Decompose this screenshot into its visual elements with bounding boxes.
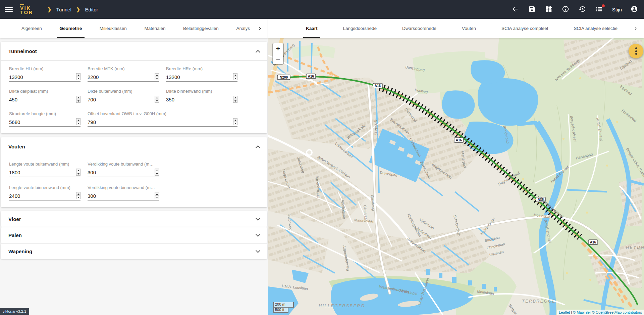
tab-algemeen[interactable]: Algemeen (19, 19, 45, 38)
save-button[interactable] (528, 5, 536, 13)
user-name[interactable]: Stijn (612, 7, 622, 12)
maptiler-link[interactable]: © MapTiler (573, 310, 591, 314)
field-label: Breedte HRe (mm) (166, 66, 237, 71)
back-button[interactable] (512, 5, 520, 13)
version-badge: viktor.ai v3.2.1 (0, 308, 29, 315)
verdikking-voute-buitenwand-input[interactable] (88, 168, 153, 176)
field-structurele-hoogte: Structurele hoogte (mm) (9, 111, 80, 127)
field-label: Dikte buitenwand (mm) (88, 89, 159, 94)
road-badge-a16: A16 (588, 240, 598, 244)
tab-scia-analyse-compleet[interactable]: SCIA analyse compleet (499, 19, 551, 38)
dikte-binnenwand-input[interactable] (166, 95, 231, 103)
number-stepper[interactable] (76, 169, 80, 176)
svg-text:N209: N209 (280, 76, 288, 79)
tab-analys[interactable]: Analys (233, 19, 253, 38)
tabs-overflow-next-button[interactable] (257, 19, 263, 38)
zoom-in-button[interactable]: + (273, 43, 283, 54)
lengte-voute-binnenwand-input[interactable] (9, 192, 74, 200)
field-breedte-mtk: Breedte MTK (mm) (88, 66, 159, 82)
section-title: Vloer (8, 216, 21, 222)
section-title: Palen (8, 232, 22, 238)
number-stepper[interactable] (155, 96, 159, 103)
number-stepper[interactable] (155, 73, 159, 80)
log-button[interactable] (595, 5, 603, 13)
structurele-hoogte-input[interactable] (9, 118, 74, 126)
osm-link[interactable]: © OpenStreetMap contributors (592, 310, 642, 314)
number-stepper[interactable] (76, 73, 80, 80)
number-stepper[interactable] (76, 96, 80, 103)
viktor-logo[interactable]: VIK TOR (19, 4, 35, 15)
field-dikte-dakplaat: Dikte dakplaat (mm) (9, 89, 80, 104)
chevron-down-icon (256, 248, 260, 253)
field-label: Structurele hoogte (mm) (9, 111, 80, 116)
number-stepper[interactable] (233, 73, 237, 80)
map-options-fab[interactable] (629, 44, 643, 58)
viktor-ai-link[interactable]: viktor.ai (3, 309, 15, 313)
field-label: Verdikking voute buitenwand (m… (88, 162, 159, 167)
zoom-out-button[interactable]: − (273, 54, 283, 64)
svg-text:A16: A16 (590, 240, 596, 244)
number-stepper[interactable] (76, 192, 80, 199)
dikte-buitenwand-input[interactable] (88, 95, 153, 103)
tab-vouten-view[interactable]: Vouten (459, 19, 479, 38)
breadcrumb-tunnel[interactable]: Tunnel (56, 7, 71, 12)
field-dikte-buitenwand: Dikte buitenwand (mm) (88, 89, 159, 104)
field-label: Breedte MTK (mm) (88, 66, 159, 71)
road-badge-n209: N209 (277, 75, 290, 80)
section-title: Tunnelmoot (8, 48, 37, 54)
view-tabbar: Kaart Langsdoorsnede Dwarsdoorsnede Vout… (268, 19, 644, 38)
section-vouten-header[interactable]: Vouten (1, 137, 267, 156)
number-stepper[interactable] (76, 118, 80, 125)
breedte-hli-input[interactable] (9, 73, 74, 81)
map-canvas[interactable]: N209A16A16A16A16A16 SchiebroeksewegBunzi… (268, 38, 644, 315)
field-label: Offset bovenkant OWB t.o.v. G00H (mm) (88, 111, 237, 116)
hamburger-menu-icon[interactable] (5, 5, 13, 13)
chevron-down-icon (256, 232, 260, 237)
field-lengte-voute-binnenwand: Lengte voute binnenwand (mm) (9, 185, 80, 200)
chevron-right-icon: ❯ (76, 6, 80, 12)
section-wapening-header[interactable]: Wapening (1, 243, 267, 259)
offset-owb-input[interactable] (88, 118, 231, 126)
tab-materialen[interactable]: Materialen (142, 19, 168, 38)
lengte-voute-buitenwand-input[interactable] (9, 168, 74, 176)
field-breedte-hre: Breedte HRe (mm) (166, 66, 237, 82)
map-zoom-control: + − (272, 43, 284, 65)
number-stepper[interactable] (155, 169, 159, 176)
tab-kaart[interactable]: Kaart (303, 19, 320, 38)
section-tunnelmoot: Tunnelmoot Breedte HLi (mm) (1, 42, 267, 133)
section-palen-header[interactable]: Palen (1, 227, 267, 243)
breedte-hre-input[interactable] (166, 73, 231, 81)
kebab-dot (635, 53, 637, 55)
tab-geometrie[interactable]: Geometrie (57, 19, 85, 38)
apps-widgets-button[interactable] (545, 5, 553, 13)
field-dikte-binnenwand: Dikte binnenwand (mm) (166, 89, 237, 104)
tab-langsdoorsnede[interactable]: Langsdoorsnede (340, 19, 379, 38)
number-stepper[interactable] (233, 118, 237, 125)
field-verdikking-voute-buitenwand: Verdikking voute buitenwand (m… (88, 162, 159, 177)
notification-dot (602, 4, 605, 7)
dikte-dakplaat-input[interactable] (9, 95, 74, 103)
field-label: Lengte voute buitenwand (mm) (9, 162, 80, 167)
history-button[interactable] (579, 5, 587, 13)
tab-milieuklassen[interactable]: Milieuklassen (97, 19, 129, 38)
parameter-form: Tunnelmoot Breedte HLi (mm) (0, 38, 268, 315)
account-circle-icon[interactable] (631, 5, 639, 13)
info-button[interactable] (562, 5, 570, 13)
logo-line2: TOR (20, 9, 33, 15)
leaflet-link[interactable]: Leaflet (559, 310, 570, 314)
breedte-mtk-input[interactable] (88, 73, 153, 81)
kebab-dot (635, 50, 637, 52)
tab-dwarsdoorsnede[interactable]: Dwarsdoorsnede (399, 19, 439, 38)
tabs-overflow-next-button[interactable] (633, 19, 638, 38)
tab-scia-analyse-selectie[interactable]: SCIA analyse selectie (571, 19, 620, 38)
map-label: HILLEGERSBERG (319, 304, 365, 308)
section-tunnelmoot-header[interactable]: Tunnelmoot (1, 42, 267, 60)
section-vloer-header[interactable]: Vloer (1, 211, 267, 227)
app-header: VIK TOR ❯ Tunnel ❯ Editor (0, 0, 644, 19)
breadcrumb-editor[interactable]: Editor (85, 7, 98, 12)
svg-text:A16: A16 (375, 84, 381, 88)
number-stepper[interactable] (233, 96, 237, 103)
verdikking-voute-binnenwand-input[interactable] (88, 192, 153, 200)
number-stepper[interactable] (155, 192, 159, 199)
tab-belastinggevallen[interactable]: Belastinggevallen (180, 19, 221, 38)
